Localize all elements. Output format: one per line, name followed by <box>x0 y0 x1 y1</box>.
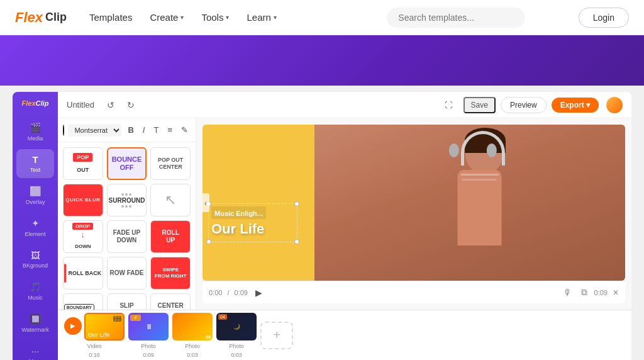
timeline-clip-video[interactable]: ▶ Our Life ⛶ Video 0:16 <box>64 313 125 358</box>
fullscreen-icon[interactable]: ⛶ <box>438 98 458 112</box>
anim-pop-out-center[interactable]: Pop OutCenter <box>150 147 191 180</box>
canvas-expand-left[interactable]: ‹ <box>203 193 209 212</box>
close-icon[interactable]: ✕ <box>613 288 619 297</box>
anim-fade-up-down[interactable]: Fade UpDown <box>107 220 147 253</box>
add-clip-button[interactable]: + <box>260 322 293 349</box>
nav-learn[interactable]: Learn ▾ <box>247 12 276 23</box>
chevron-down-icon: ▾ <box>180 14 184 21</box>
screen-icon[interactable]: ⧉ <box>579 285 589 300</box>
boundary-box: BOUNDARYLEFT <box>64 304 94 310</box>
duration-display: 0:09 <box>594 289 608 296</box>
document-title[interactable]: Untitled <box>67 100 94 110</box>
preview-button[interactable]: Preview <box>501 97 547 113</box>
anim-pop-out[interactable]: POP OUT <box>63 147 103 180</box>
editor-toolbar: Untitled ↺ ↻ ⛶ Save Preview Export ▾ <box>58 92 631 118</box>
surround-dot <box>129 193 131 196</box>
sidebar-item-bkground[interactable]: 🖼 BKground <box>16 245 54 274</box>
element-icon: ✦ <box>31 218 40 229</box>
anim-row-fade[interactable]: ROW FADE <box>107 257 147 290</box>
swipe-right-label: SWIPEFROM RIGHT <box>155 267 187 279</box>
headphone-right-cup <box>487 143 497 157</box>
nav-templates[interactable]: Templates <box>89 12 132 23</box>
login-button[interactable]: Login <box>579 8 629 28</box>
person-silhouette <box>314 125 625 281</box>
mic-icon[interactable]: 🎙 <box>562 286 574 300</box>
text-icon: T <box>32 154 38 165</box>
anim-quick-blur[interactable]: QUICK BLUR <box>63 184 103 217</box>
export-button[interactable]: Export ▾ <box>552 98 599 113</box>
anim-surround[interactable]: SURROUND <box>107 184 147 217</box>
play-button[interactable]: ▶ <box>253 285 265 300</box>
sidebar-item-more[interactable]: ··· More <box>16 340 54 360</box>
editor-content: Montserrat B I T ≡ ✎ POP OUT <box>58 118 631 310</box>
user-avatar[interactable] <box>606 97 623 113</box>
clip-dur-photo3: 0:03 <box>231 352 242 358</box>
sidebar-label-element: Element <box>25 231 45 237</box>
music-icon: 🎵 <box>30 281 42 293</box>
nav-create[interactable]: Create ▾ <box>150 12 184 23</box>
sidebar-label-bkground: BKground <box>23 262 48 269</box>
anim-roll-back[interactable]: ROLL BACK <box>63 257 103 290</box>
editor-wrapper: FlexClip 🎬 Media T Text ⬜ Overlay ✦ Elem… <box>0 86 644 360</box>
nav-tools[interactable]: Tools ▾ <box>201 12 229 23</box>
anim-bounce-off[interactable]: BOUNCEOFF <box>107 147 147 180</box>
clip-thumb-photo2[interactable]: 09 <box>172 313 213 340</box>
sidebar-item-text[interactable]: T Text <box>16 149 54 178</box>
surround-label: SURROUND <box>109 197 145 204</box>
text-size-icon[interactable]: T <box>151 124 161 136</box>
sidebar-item-watermark[interactable]: 🔲 Watermark <box>16 308 54 338</box>
timeline-clip-photo1[interactable]: ⏸ ⚡ Photo 0:09 <box>128 313 169 358</box>
surround-dot <box>121 193 124 196</box>
sidebar-item-overlay[interactable]: ⬜ Overlay <box>16 181 54 210</box>
search-input[interactable] <box>387 8 525 28</box>
anim-drop-down[interactable]: DROP ↓ DOWN <box>63 220 103 253</box>
person-body <box>458 170 502 245</box>
canvas-text-line1: Music Enligh... <box>214 210 263 217</box>
anim-cursor[interactable]: ↖ <box>150 184 191 217</box>
effects-icon[interactable]: ✎ <box>179 124 191 136</box>
align-icon[interactable]: ≡ <box>165 124 175 136</box>
clip-thumb-video[interactable]: Our Life ⛶ <box>84 313 125 340</box>
clip-badge: 09 <box>206 335 211 339</box>
roll-back-bar <box>64 264 66 283</box>
canvas-frame[interactable]: Music Enligh... Our Life <box>203 125 625 281</box>
logo[interactable]: FlexClip <box>15 9 67 26</box>
anim-boundary-left[interactable]: BOUNDARYLEFT ← <box>63 293 103 310</box>
clip-type-video: Video <box>87 343 102 349</box>
font-select[interactable]: Montserrat <box>68 124 121 137</box>
current-time: 0:00 <box>209 289 222 296</box>
timeline-add-clip[interactable]: + <box>260 322 293 349</box>
timeline-clip-photo3[interactable]: 🌙 04 Photo 0:03 <box>216 313 257 358</box>
text-color-picker[interactable] <box>63 125 64 136</box>
pop-out-label: POP <box>73 153 92 162</box>
undo-button[interactable]: ↺ <box>103 98 118 112</box>
quick-blur-label: QUICK BLUR <box>65 197 100 203</box>
center-fade-label: CENTERFADE <box>158 302 184 310</box>
anim-center-fade[interactable]: CENTERFADE <box>150 293 191 310</box>
clip-thumb-photo3[interactable]: 🌙 04 <box>216 313 257 340</box>
save-button[interactable]: Save <box>464 97 496 113</box>
anim-slip-lr[interactable]: SLIPL-R <box>107 293 147 310</box>
italic-icon[interactable]: I <box>140 124 148 136</box>
search-area <box>334 8 579 28</box>
timeline-clip-photo2[interactable]: 09 Photo 0:03 <box>172 313 213 358</box>
headphone-left-cup <box>449 143 459 157</box>
pop-out-sublabel: OUT <box>77 167 89 173</box>
sidebar-item-media[interactable]: 🎬 Media <box>16 117 54 147</box>
anim-swipe-right[interactable]: SWIPEFROM RIGHT <box>150 257 191 290</box>
clip-inner-text: Our Life <box>88 332 110 338</box>
sidebar-item-music[interactable]: 🎵 Music <box>16 276 54 306</box>
redo-button[interactable]: ↻ <box>123 98 138 112</box>
sidebar-item-element[interactable]: ✦ Element <box>16 213 54 242</box>
clip-thumb-photo1[interactable]: ⏸ ⚡ <box>128 313 169 340</box>
boundary-arrow-icon: ← <box>96 307 102 310</box>
text-format-bar: Montserrat B I T ≡ ✎ <box>58 118 196 142</box>
bold-icon[interactable]: B <box>125 124 136 136</box>
anim-roll-up[interactable]: ROLLUP <box>150 220 191 253</box>
shirt-stripe <box>462 179 496 181</box>
clip-dur-photo1: 0:09 <box>143 352 154 358</box>
cursor-icon: ↖ <box>165 192 176 208</box>
bounce-off-label: BOUNCEOFF <box>112 155 142 172</box>
logo-icon: Flex <box>15 9 43 26</box>
surround-dot <box>129 205 131 208</box>
